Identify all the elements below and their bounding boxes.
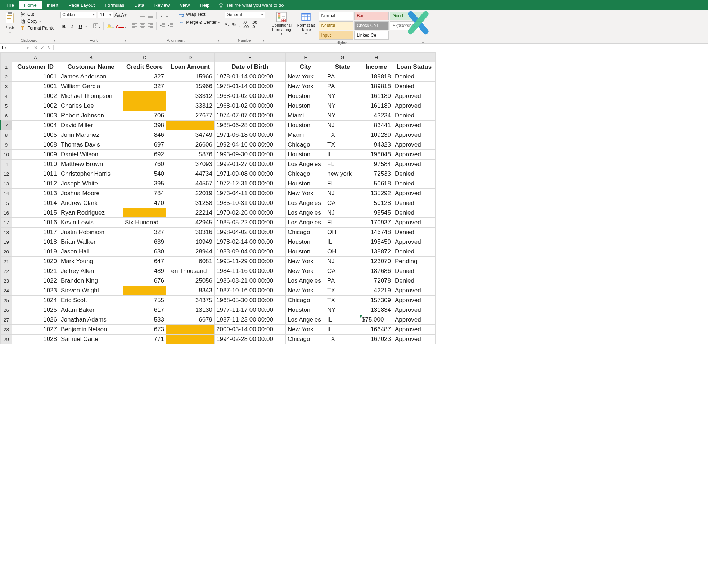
tab-help[interactable]: Help (195, 1, 215, 9)
increase-indent-button[interactable] (168, 23, 173, 29)
cell[interactable]: 27677 (166, 111, 215, 121)
align-middle-button[interactable] (139, 13, 145, 19)
cell[interactable]: 846 (123, 130, 166, 140)
cell[interactable]: Los Angeles (286, 160, 325, 169)
cell[interactable]: 195459 (360, 237, 393, 247)
cell[interactable]: 1993-09-30 00:00:00 (215, 150, 286, 160)
cell[interactable]: 15966 (166, 72, 215, 82)
cell[interactable]: Miami (286, 111, 325, 121)
cell[interactable]: Thomas Davis (59, 140, 123, 150)
cell[interactable]: New York (286, 257, 325, 266)
cell[interactable]: Approved (393, 189, 436, 198)
cell[interactable]: Houston (286, 237, 325, 247)
cell[interactable]: 5876 (166, 150, 215, 160)
cell[interactable]: New York (286, 189, 325, 198)
cell[interactable]: 327 (123, 72, 166, 82)
cell[interactable]: 1001 (12, 72, 59, 82)
cell[interactable]: NJ (325, 208, 360, 218)
column-header[interactable]: C (123, 53, 166, 62)
worksheet-grid[interactable]: ABCDEFGHI 1Customer IDCustomer NameCredi… (0, 52, 708, 344)
header-cell[interactable]: State (325, 62, 360, 72)
cell[interactable]: 95545 (360, 208, 393, 218)
cell[interactable]: FL (325, 179, 360, 189)
cell[interactable]: TX (325, 130, 360, 140)
cell[interactable]: NJ (325, 257, 360, 266)
cell[interactable]: IL (325, 237, 360, 247)
cell[interactable]: 1023 (12, 286, 59, 296)
row-header[interactable]: 17 (1, 218, 12, 228)
cell[interactable]: 1026 (12, 315, 59, 325)
cell[interactable]: 760 (123, 160, 166, 169)
merge-center-button[interactable]: Merge & Center ▾ (179, 19, 220, 25)
cell[interactable]: 1973-04-11 00:00:00 (215, 189, 286, 198)
number-format-combo[interactable]: General▾ (225, 12, 265, 18)
cell[interactable]: 1978-02-14 00:00:00 (215, 237, 286, 247)
cell[interactable]: Approved (393, 150, 436, 160)
percent-format-button[interactable]: % (232, 22, 236, 27)
row-header[interactable]: 18 (1, 228, 12, 237)
column-header[interactable]: B (59, 53, 123, 62)
cell[interactable]: 1968-01-02 00:00:00 (215, 101, 286, 111)
cell[interactable]: Houston (286, 179, 325, 189)
row-header[interactable]: 22 (1, 266, 12, 276)
cell[interactable]: 42219 (360, 286, 393, 296)
cell[interactable]: 1995-11-29 00:00:00 (215, 257, 286, 266)
cell[interactable]: 1978-01-14 00:00:00 (215, 82, 286, 91)
cell[interactable]: 8343 (166, 286, 215, 296)
tell-me[interactable]: Tell me what you want to do (215, 2, 287, 8)
increase-font-button[interactable]: A▴ (114, 12, 120, 18)
header-cell[interactable]: Income (360, 62, 393, 72)
cell[interactable]: Los Angeles (286, 315, 325, 325)
cell[interactable]: 146748 (360, 228, 393, 237)
cell[interactable]: IL (325, 150, 360, 160)
row-header[interactable]: 4 (1, 91, 12, 101)
cell[interactable]: $75,000 (360, 315, 393, 325)
column-header[interactable]: H (360, 53, 393, 62)
style-linked-cell[interactable]: Linked Ce (354, 31, 389, 40)
cell[interactable]: Approved (393, 130, 436, 140)
row-header[interactable]: 2 (1, 72, 12, 82)
cell[interactable]: 37093 (166, 160, 215, 169)
cell[interactable]: Denied (393, 198, 436, 208)
underline-button[interactable]: U (77, 24, 84, 29)
format-painter-button[interactable]: Format Painter (20, 25, 56, 31)
cell[interactable]: Denied (393, 276, 436, 286)
cell[interactable]: 1985-10-31 00:00:00 (215, 198, 286, 208)
cell[interactable]: 1009 (12, 150, 59, 160)
cell[interactable]: 1998-04-02 00:00:00 (215, 228, 286, 237)
cell[interactable]: 43234 (360, 111, 393, 121)
row-header[interactable]: 9 (1, 140, 12, 150)
row-header[interactable]: 25 (1, 296, 12, 305)
row-header[interactable]: 12 (1, 169, 12, 179)
header-cell[interactable]: Loan Amount (166, 62, 215, 72)
cell[interactable]: Joseph White (59, 179, 123, 189)
cell[interactable] (123, 101, 166, 111)
cell[interactable]: 470 (123, 198, 166, 208)
cell[interactable]: 1011 (12, 169, 59, 179)
cell[interactable]: 647 (123, 257, 166, 266)
cell[interactable]: Approved (393, 121, 436, 130)
column-header[interactable]: A (12, 53, 59, 62)
cell[interactable]: Approved (393, 315, 436, 325)
cell[interactable]: 44734 (166, 169, 215, 179)
row-header[interactable]: 27 (1, 315, 12, 325)
cell[interactable]: Six Hundred (123, 218, 166, 228)
row-header[interactable]: 23 (1, 276, 12, 286)
style-neutral[interactable]: Neutral (319, 21, 353, 30)
cell[interactable]: Miami (286, 130, 325, 140)
row-header[interactable]: 29 (1, 335, 12, 344)
tab-page-layout[interactable]: Page Layout (63, 1, 100, 9)
wrap-text-button[interactable]: Wrap Text (179, 12, 220, 17)
cell[interactable]: 72533 (360, 169, 393, 179)
cell[interactable]: Approved (393, 305, 436, 315)
cell[interactable]: 1005 (12, 130, 59, 140)
cell[interactable]: 395 (123, 179, 166, 189)
style-bad[interactable]: Bad (354, 12, 389, 20)
cell[interactable]: Samuel Carter (59, 335, 123, 344)
cell[interactable]: William Garcia (59, 82, 123, 91)
cell[interactable]: 161189 (360, 101, 393, 111)
cell[interactable]: 34749 (166, 130, 215, 140)
cell[interactable]: TX (325, 286, 360, 296)
cell[interactable]: 83441 (360, 121, 393, 130)
cell[interactable]: New York (286, 286, 325, 296)
